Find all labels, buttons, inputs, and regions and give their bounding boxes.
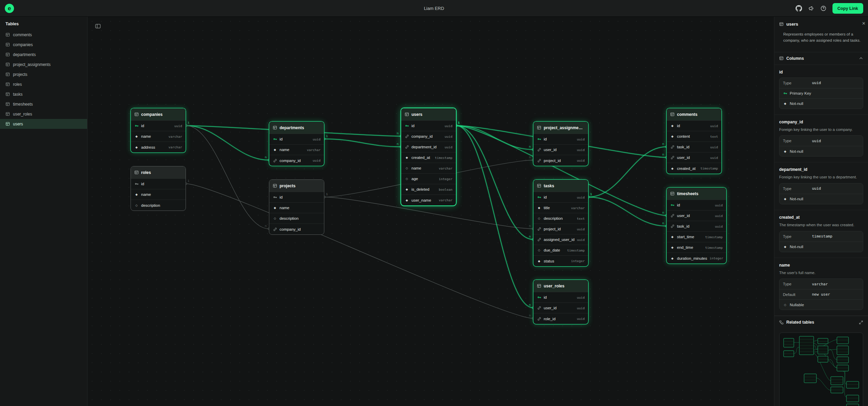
erd-column-comments-content[interactable]: ◆contenttext [667, 131, 721, 142]
sidebar-item-departments[interactable]: departments [0, 50, 87, 59]
foreign-key-icon [537, 227, 541, 231]
erd-column-users-is_deleted[interactable]: ◆is_deletedboolean [401, 184, 456, 195]
foreign-key-icon [405, 134, 409, 138]
erd-column-users-department_id[interactable]: department_iduuid [401, 142, 456, 152]
table-icon [670, 191, 675, 196]
erd-column-timesheets-id[interactable]: iduuid [667, 200, 726, 211]
erd-column-tasks-id[interactable]: iduuid [533, 192, 588, 203]
erd-table-header[interactable]: comments [667, 108, 721, 121]
erd-table-companies[interactable]: companiesiduuid◆namevarchar◆addressvarch… [131, 108, 186, 153]
erd-column-timesheets-end_time[interactable]: ◆end_timetimestamp [667, 242, 726, 253]
erd-column-companies-id[interactable]: iduuid [131, 121, 186, 131]
erd-column-companies-address[interactable]: ◆addressvarchar [131, 142, 186, 152]
related-tables-minimap[interactable] [779, 333, 863, 406]
panel-close-button[interactable]: ✕ [862, 21, 866, 26]
erd-column-departments-name[interactable]: ◆namevarchar [269, 145, 324, 155]
erd-column-roles-description[interactable]: ◇description [131, 200, 186, 211]
svg-text:n: n [529, 234, 531, 238]
sidebar-item-comments[interactable]: comments [0, 30, 87, 40]
erd-column-users-age[interactable]: ◇ageinteger [401, 174, 456, 184]
erd-column-comments-created_at[interactable]: ◆created_attimestamp [667, 163, 721, 174]
erd-column-roles-name[interactable]: ◆name [131, 189, 186, 200]
erd-column-timesheets-task_id[interactable]: task_iduuid [667, 221, 726, 232]
not-null-icon: ◆ [405, 188, 409, 191]
sidebar-item-users[interactable]: users [0, 119, 87, 129]
erd-column-projects-id[interactable]: id [269, 192, 324, 203]
erd-column-user_roles-role_id[interactable]: role_iduuid [533, 313, 588, 324]
foreign-key-icon [670, 155, 675, 160]
erd-column-timesheets-duration_minutes[interactable]: ◆duration_minutesinteger [667, 253, 726, 263]
related-tables-header[interactable]: Related tables [774, 316, 868, 328]
sidebar-item-timesheets[interactable]: timesheets [0, 99, 87, 109]
copy-link-button[interactable]: Copy Link [832, 3, 863, 14]
erd-table-header[interactable]: departments [269, 122, 324, 134]
erd-table-header[interactable]: roles [131, 166, 186, 179]
columns-section-header[interactable]: Columns [774, 52, 868, 65]
sidebar-item-tasks[interactable]: tasks [0, 89, 87, 99]
sidebar-item-projects[interactable]: projects [0, 69, 87, 79]
topbar: e Liam ERD Copy Link [0, 0, 868, 17]
erd-column-departments-id[interactable]: iduuid [269, 134, 324, 145]
release-notes-icon[interactable] [808, 5, 815, 12]
erd-column-users-company_id[interactable]: company_iduuid [401, 131, 456, 142]
erd-column-roles-id[interactable]: id [131, 179, 186, 189]
erd-column-users-name[interactable]: ◇namevarchar [401, 163, 456, 174]
erd-column-comments-id[interactable]: ◆iduuid [667, 121, 721, 131]
erd-column-project_assignments-project_id[interactable]: project_iduuid [533, 155, 588, 166]
erd-column-tasks-description[interactable]: ◇descriptiontext [533, 213, 588, 224]
erd-column-comments-user_id[interactable]: user_iduuid [667, 152, 721, 163]
github-icon[interactable] [796, 5, 802, 12]
help-icon[interactable] [820, 5, 827, 12]
erd-table-tasks[interactable]: tasksiduuid◆titlevarchar◇descriptiontext… [533, 179, 588, 267]
erd-column-comments-task_id[interactable]: task_iduuid [667, 142, 721, 152]
erd-column-tasks-assigned_user_id[interactable]: assigned_user_iduuid [533, 234, 588, 245]
erd-column-project_assignments-id[interactable]: iduuid [533, 134, 588, 145]
not-null-icon: ◆ [670, 124, 675, 127]
erd-column-projects-name[interactable]: ◆name [269, 203, 324, 213]
erd-table-timesheets[interactable]: timesheetsiduuiduser_iduuidtask_iduuid◆s… [666, 187, 727, 264]
erd-column-departments-company_id[interactable]: company_iduuid [269, 155, 324, 166]
erd-table-header[interactable]: companies [131, 108, 186, 121]
sidebar-item-user_roles[interactable]: user_roles [0, 109, 87, 119]
erd-column-project_assignments-user_id[interactable]: user_iduuid [533, 145, 588, 155]
erd-table-header[interactable]: users [401, 108, 456, 121]
erd-column-tasks-due_date[interactable]: ◇due_datetimestamp [533, 245, 588, 256]
erd-column-user_roles-user_id[interactable]: user_iduuid [533, 303, 588, 313]
erd-column-user_roles-id[interactable]: iduuid [533, 292, 588, 303]
liam-logo[interactable]: e [5, 4, 14, 13]
sidebar-item-roles[interactable]: roles [0, 79, 87, 89]
erd-column-timesheets-user_id[interactable]: user_iduuid [667, 211, 726, 221]
erd-column-users-created_at[interactable]: ◆created_attimestamp [401, 152, 456, 163]
erd-column-companies-name[interactable]: ◆namevarchar [131, 131, 186, 142]
erd-table-project_assignments[interactable]: project_assignmentsiduuiduser_iduuidproj… [533, 121, 588, 166]
erd-table-header[interactable]: project_assignments [533, 122, 588, 134]
erd-table-roles[interactable]: rolesid◆name◇description [131, 166, 186, 211]
column-properties: TypeuuidPrimary Key◆Not-null [779, 78, 863, 109]
sidebar-item-label: companies [13, 42, 33, 47]
sidebar-item-project_assignments[interactable]: project_assignments [0, 59, 87, 69]
erd-column-users-user_name[interactable]: ◆user_namevarchar [401, 195, 456, 205]
erd-table-user_roles[interactable]: user_rolesiduuiduser_iduuidrole_iduuid [533, 280, 588, 324]
erd-table-comments[interactable]: comments◆iduuid◆contenttexttask_iduuidus… [666, 108, 722, 174]
erd-table-users[interactable]: usersiduuidcompany_iduuiddepartment_iduu… [401, 108, 456, 206]
erd-table-projects[interactable]: projectsid◆name◇descriptioncompany_id [269, 179, 324, 235]
erd-table-header[interactable]: tasks [533, 180, 588, 192]
erd-column-projects-description[interactable]: ◇description [269, 213, 324, 224]
erd-column-timesheets-start_time[interactable]: ◆start_timetimestamp [667, 232, 726, 242]
sidebar-item-companies[interactable]: companies [0, 40, 87, 50]
erd-table-header[interactable]: timesheets [667, 188, 726, 200]
expand-icon[interactable] [859, 320, 863, 325]
erd-column-users-id[interactable]: iduuid [401, 121, 456, 131]
erd-column-tasks-project_id[interactable]: project_iduuid [533, 224, 588, 234]
erd-table-header[interactable]: user_roles [533, 280, 588, 292]
erd-table-departments[interactable]: departmentsiduuid◆namevarcharcompany_idu… [269, 121, 324, 166]
erd-column-projects-company_id[interactable]: company_id [269, 224, 324, 234]
table-icon [5, 72, 10, 77]
sidebar-toggle-button[interactable] [93, 22, 103, 30]
erd-column-tasks-title[interactable]: ◆titlevarchar [533, 203, 588, 213]
erd-canvas[interactable]: 1n1n1n1n1n1n1n1n1n1n1n1n1n1n companiesid… [87, 17, 774, 406]
erd-column-tasks-status[interactable]: ◆statusinteger [533, 256, 588, 266]
table-icon [5, 102, 10, 106]
erd-table-header[interactable]: projects [269, 180, 324, 192]
nullable-icon: ◇ [537, 217, 541, 220]
